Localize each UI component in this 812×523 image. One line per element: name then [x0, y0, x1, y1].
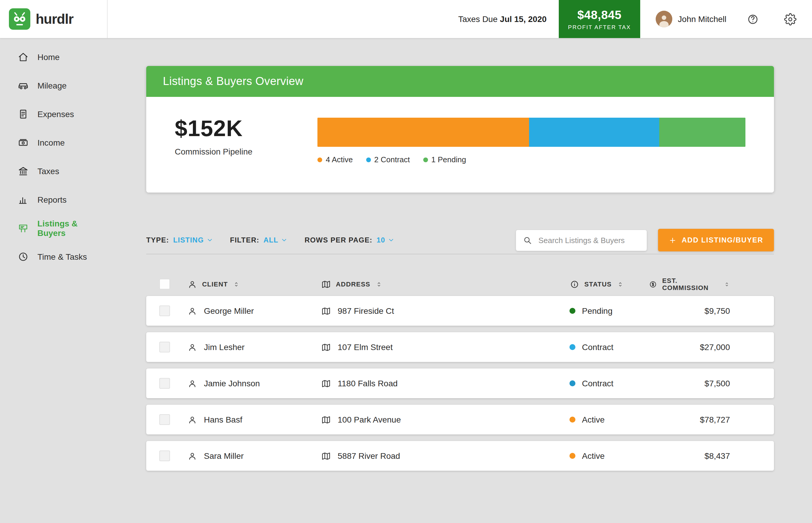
row-checkbox[interactable]: [159, 414, 170, 425]
topbar-right: Taxes Due Jul 15, 2020 $48,845 PROFIT AF…: [108, 0, 812, 38]
plus-icon: [668, 236, 676, 244]
status-text: Active: [582, 451, 605, 461]
type-value-dropdown[interactable]: LISTING: [173, 236, 214, 244]
row-checkbox[interactable]: [159, 378, 170, 389]
table-row[interactable]: Sara Miller 5887 River Road Active $8,43…: [146, 441, 774, 471]
filter-dropdown: FILTER: ALL: [230, 236, 289, 244]
sidebar-item-expenses[interactable]: Expenses: [0, 100, 108, 128]
bank-icon: [17, 165, 29, 177]
sidebar-item-taxes[interactable]: Taxes: [0, 157, 108, 185]
overview-card: Listings & Buyers Overview $152K Commiss…: [146, 66, 774, 193]
person-icon: [187, 306, 197, 316]
select-all-checkbox[interactable]: [159, 279, 170, 289]
legend-dot-active: [318, 157, 322, 162]
address-text: 5887 River Road: [338, 451, 400, 461]
help-icon[interactable]: [746, 13, 759, 25]
overview-card-body: $152K Commission Pipeline 4 Active: [146, 97, 774, 193]
column-header-status[interactable]: STATUS: [570, 279, 649, 289]
column-label: ADDRESS: [336, 281, 370, 288]
profit-amount: $48,845: [577, 8, 621, 22]
search-box: [516, 230, 647, 251]
sidebar-item-label: Expenses: [37, 109, 74, 119]
user-name: John Mitchell: [678, 14, 726, 24]
add-listing-buyer-button[interactable]: ADD LISTING/BUYER: [658, 229, 774, 251]
sidebar-item-label: Reports: [37, 195, 67, 204]
column-label: STATUS: [584, 281, 612, 288]
status-text: Contract: [582, 379, 613, 388]
overview-title: Listings & Buyers Overview: [163, 75, 304, 88]
sidebar-item-listings-buyers[interactable]: Listings & Buyers: [0, 214, 108, 242]
client-name: George Miller: [204, 306, 254, 315]
status-dot: [570, 308, 575, 314]
client-name: Sara Miller: [204, 451, 244, 461]
brand-logo[interactable]: hurdlr: [0, 0, 108, 38]
rows-per-page-value-dropdown[interactable]: 10: [377, 236, 395, 244]
commission-value: $9,750: [649, 306, 730, 315]
table-row[interactable]: Jim Lesher 107 Elm Street Contract $27,0…: [146, 332, 774, 362]
sidebar-item-time-tasks[interactable]: Time & Tasks: [0, 242, 108, 271]
legend-item-contract: 2 Contract: [366, 155, 410, 164]
rows-per-page-value: 10: [377, 236, 385, 244]
bar-segment-contract[interactable]: [529, 118, 659, 147]
bar-chart-icon: [17, 194, 29, 206]
rows-per-page-label: ROWS PER PAGE:: [305, 236, 373, 244]
column-header-address[interactable]: ADDRESS: [321, 279, 570, 289]
table-row[interactable]: Hans Basf 100 Park Avenue Active $78,727: [146, 405, 774, 434]
legend-label: 2 Contract: [374, 155, 410, 164]
sidebar-item-mileage[interactable]: Mileage: [0, 71, 108, 100]
profit-after-tax-box[interactable]: $48,845 PROFIT AFTER TAX: [558, 0, 640, 38]
taxes-due-date: Jul 15, 2020: [500, 14, 546, 24]
column-header-client[interactable]: CLIENT: [187, 279, 321, 289]
type-label: TYPE:: [146, 236, 169, 244]
chevron-down-icon: [387, 236, 395, 244]
car-icon: [17, 79, 29, 92]
commission-value: $7,500: [649, 379, 730, 388]
hurdlr-logo-icon: [9, 8, 30, 30]
bar-segment-pending[interactable]: [659, 118, 745, 147]
sidebar-item-reports[interactable]: Reports: [0, 185, 108, 214]
sidebar-item-income[interactable]: Income: [0, 128, 108, 157]
row-checkbox[interactable]: [159, 450, 170, 461]
table-header: CLIENT ADDRESS STATUS: [146, 272, 774, 296]
table-row[interactable]: George Miller 987 Fireside Ct Pending $9…: [146, 296, 774, 326]
search-icon: [522, 235, 532, 245]
pipeline-total: $152K Commission Pipeline: [175, 116, 252, 156]
avatar: [656, 11, 673, 27]
legend-label: 1 Pending: [431, 155, 466, 164]
main-content: Listings & Buyers Overview $152K Commiss…: [108, 38, 812, 523]
sidebar-item-label: Listings & Buyers: [37, 219, 108, 238]
filter-value-dropdown[interactable]: ALL: [263, 236, 288, 244]
taxes-due: Taxes Due Jul 15, 2020: [458, 14, 546, 24]
sort-icon: [723, 280, 730, 288]
search-input[interactable]: [537, 235, 640, 245]
column-header-commission[interactable]: EST. COMMISSION: [649, 277, 730, 291]
info-icon: [570, 279, 580, 289]
settings-gear-icon[interactable]: [784, 13, 796, 25]
money-icon: [17, 137, 29, 149]
overview-card-header: Listings & Buyers Overview: [146, 66, 774, 97]
person-icon: [187, 342, 197, 352]
person-icon: [187, 415, 197, 425]
add-listing-buyer-label: ADD LISTING/BUYER: [682, 236, 763, 244]
table-row[interactable]: Jamie Johnson 1180 Falls Road Contract $…: [146, 368, 774, 398]
address-text: 107 Elm Street: [338, 342, 393, 352]
map-icon: [321, 279, 331, 289]
column-label: EST. COMMISSION: [662, 277, 718, 291]
status-dot: [570, 417, 575, 422]
status-text: Contract: [582, 342, 613, 352]
rows-per-page-dropdown: ROWS PER PAGE: 10: [305, 236, 396, 244]
legend-item-active: 4 Active: [318, 155, 353, 164]
chevron-down-icon: [280, 236, 289, 244]
chevron-down-icon: [206, 236, 214, 244]
sidebar-item-label: Home: [37, 52, 60, 62]
user-profile[interactable]: John Mitchell: [656, 11, 726, 27]
status-text: Pending: [582, 306, 613, 315]
sidebar-item-label: Time & Tasks: [37, 252, 87, 262]
pipeline-chart: 4 Active 2 Contract 1 Pending: [318, 118, 745, 164]
bar-segment-active[interactable]: [318, 118, 529, 147]
type-dropdown: TYPE: LISTING: [146, 236, 214, 244]
address-text: 100 Park Avenue: [338, 415, 401, 425]
row-checkbox[interactable]: [159, 306, 170, 316]
row-checkbox[interactable]: [159, 342, 170, 353]
sidebar-item-home[interactable]: Home: [0, 43, 108, 71]
